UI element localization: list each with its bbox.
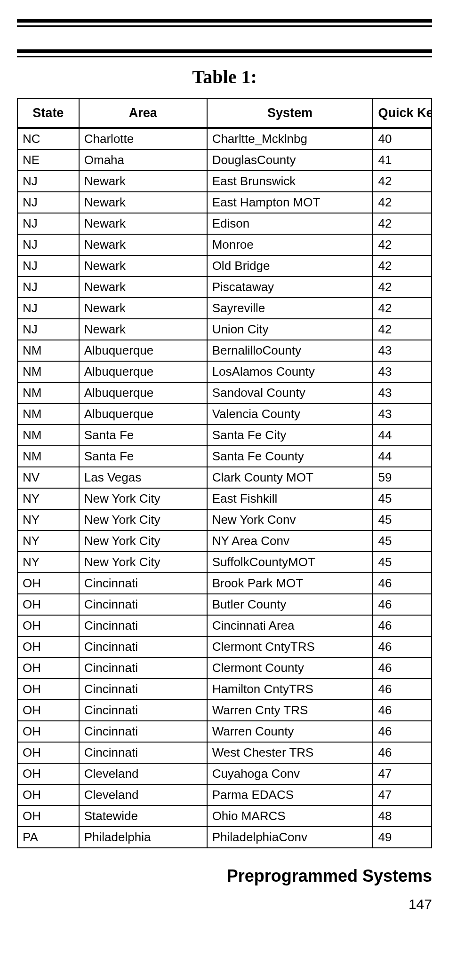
- cell-area: Newark: [79, 255, 207, 277]
- cell-system: Clermont County: [207, 657, 373, 679]
- cell-key: 43: [373, 403, 432, 425]
- cell-area: Newark: [79, 192, 207, 213]
- cell-area: Newark: [79, 171, 207, 192]
- cell-system: Sandoval County: [207, 382, 373, 403]
- cell-state: NY: [17, 488, 79, 509]
- cell-system: Brook Park MOT: [207, 573, 373, 594]
- table-row: OHStatewideOhio MARCS48: [17, 806, 432, 827]
- cell-key: 44: [373, 425, 432, 446]
- cell-state: NY: [17, 530, 79, 552]
- cell-system: Edison: [207, 213, 373, 234]
- cell-state: OH: [17, 615, 79, 636]
- top-rule: [17, 19, 432, 27]
- cell-system: West Chester TRS: [207, 742, 373, 763]
- cell-key: 47: [373, 763, 432, 784]
- cell-area: Cleveland: [79, 784, 207, 806]
- cell-system: Santa Fe County: [207, 446, 373, 467]
- cell-system: DouglasCounty: [207, 150, 373, 171]
- cell-system: Cuyahoga Conv: [207, 763, 373, 784]
- cell-key: 45: [373, 552, 432, 573]
- cell-area: Albuquerque: [79, 340, 207, 361]
- cell-area: New York City: [79, 530, 207, 552]
- table-row: NMSanta FeSanta Fe County44: [17, 446, 432, 467]
- cell-area: Newark: [79, 213, 207, 234]
- cell-state: OH: [17, 636, 79, 657]
- cell-area: New York City: [79, 488, 207, 509]
- cell-key: 45: [373, 509, 432, 530]
- cell-key: 42: [373, 234, 432, 255]
- cell-state: OH: [17, 784, 79, 806]
- cell-area: Cincinnati: [79, 615, 207, 636]
- cell-key: 42: [373, 298, 432, 319]
- cell-area: Cincinnati: [79, 700, 207, 721]
- table-row: OHCincinnatiWest Chester TRS46: [17, 742, 432, 763]
- second-rule: [17, 49, 432, 57]
- cell-key: 48: [373, 806, 432, 827]
- table-row: NJNewarkUnion City42: [17, 319, 432, 340]
- cell-key: 46: [373, 573, 432, 594]
- cell-system: New York Conv: [207, 509, 373, 530]
- cell-state: NM: [17, 361, 79, 382]
- table-row: OHCincinnatiHamilton CntyTRS46: [17, 679, 432, 700]
- table-row: NMSanta FeSanta Fe City44: [17, 425, 432, 446]
- cell-key: 47: [373, 784, 432, 806]
- cell-state: NJ: [17, 171, 79, 192]
- cell-system: BernalilloCounty: [207, 340, 373, 361]
- table-row: NVLas VegasClark County MOT59: [17, 467, 432, 488]
- cell-state: NM: [17, 425, 79, 446]
- table-row: OHCincinnatiWarren County46: [17, 721, 432, 742]
- cell-area: Charlotte: [79, 128, 207, 150]
- table-row: NJNewarkEast Hampton MOT42: [17, 192, 432, 213]
- cell-state: PA: [17, 827, 79, 848]
- table-row: OHCincinnatiCincinnati Area46: [17, 615, 432, 636]
- table-row: NJNewarkEast Brunswick42: [17, 171, 432, 192]
- table-row: OHCincinnatiClermont County46: [17, 657, 432, 679]
- cell-state: OH: [17, 742, 79, 763]
- cell-system: Warren County: [207, 721, 373, 742]
- cell-area: Statewide: [79, 806, 207, 827]
- cell-key: 59: [373, 467, 432, 488]
- data-table: State Area System Quick Key NCCharlotteC…: [17, 98, 432, 848]
- cell-state: NJ: [17, 319, 79, 340]
- cell-key: 46: [373, 700, 432, 721]
- cell-area: Cincinnati: [79, 679, 207, 700]
- cell-key: 42: [373, 277, 432, 298]
- table-row: NJNewarkSayreville42: [17, 298, 432, 319]
- table-body: NCCharlotteCharltte_Mcklnbg40NEOmahaDoug…: [17, 128, 432, 848]
- cell-key: 43: [373, 340, 432, 361]
- cell-system: East Hampton MOT: [207, 192, 373, 213]
- cell-system: Union City: [207, 319, 373, 340]
- table-row: NMAlbuquerqueBernalilloCounty43: [17, 340, 432, 361]
- table-row: NYNew York CityNY Area Conv45: [17, 530, 432, 552]
- table-title: Table 1:: [17, 66, 432, 88]
- cell-system: Warren Cnty TRS: [207, 700, 373, 721]
- table-row: PAPhiladelphiaPhiladelphiaConv49: [17, 827, 432, 848]
- cell-area: Albuquerque: [79, 382, 207, 403]
- cell-system: Hamilton CntyTRS: [207, 679, 373, 700]
- table-row: OHCincinnatiWarren Cnty TRS46: [17, 700, 432, 721]
- table-row: OHCincinnatiClermont CntyTRS46: [17, 636, 432, 657]
- cell-area: New York City: [79, 509, 207, 530]
- table-row: NJNewarkMonroe42: [17, 234, 432, 255]
- cell-system: Cincinnati Area: [207, 615, 373, 636]
- table-row: OHCincinnatiBrook Park MOT46: [17, 573, 432, 594]
- cell-key: 46: [373, 657, 432, 679]
- cell-state: NC: [17, 128, 79, 150]
- cell-key: 42: [373, 319, 432, 340]
- cell-key: 49: [373, 827, 432, 848]
- cell-state: NJ: [17, 298, 79, 319]
- cell-state: OH: [17, 679, 79, 700]
- cell-system: Parma EDACS: [207, 784, 373, 806]
- cell-key: 43: [373, 382, 432, 403]
- cell-state: OH: [17, 594, 79, 615]
- cell-system: Monroe: [207, 234, 373, 255]
- cell-area: Cincinnati: [79, 721, 207, 742]
- cell-area: Las Vegas: [79, 467, 207, 488]
- table-row: NJNewarkPiscataway42: [17, 277, 432, 298]
- cell-system: PhiladelphiaConv: [207, 827, 373, 848]
- cell-area: Cincinnati: [79, 594, 207, 615]
- table-row: NMAlbuquerqueValencia County43: [17, 403, 432, 425]
- table-row: OHClevelandParma EDACS47: [17, 784, 432, 806]
- cell-area: Albuquerque: [79, 361, 207, 382]
- cell-state: NJ: [17, 234, 79, 255]
